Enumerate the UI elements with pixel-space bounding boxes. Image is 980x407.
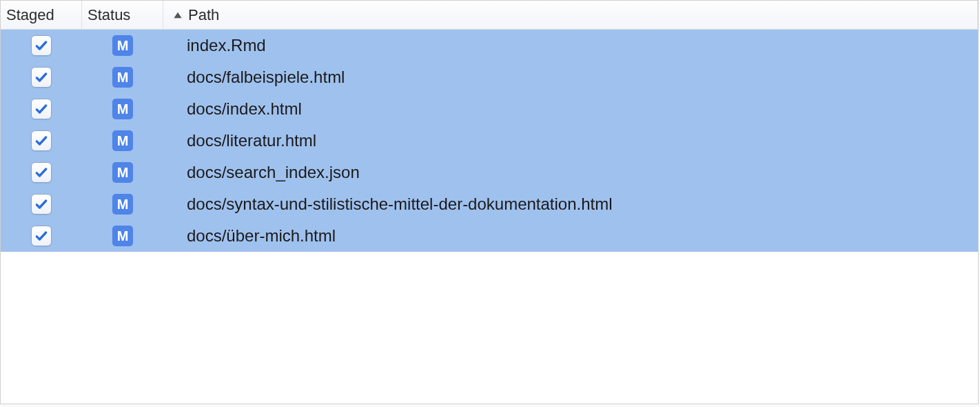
path-cell: docs/index.html — [163, 93, 978, 125]
staged-cell — [1, 125, 82, 157]
file-path-text: docs/search_index.json — [187, 163, 360, 182]
file-path-text: index.Rmd — [187, 36, 266, 55]
path-cell: docs/syntax-und-stilistische-mittel-der-… — [163, 188, 978, 220]
modified-badge: M — [112, 226, 133, 246]
file-path-text: docs/syntax-und-stilistische-mittel-der-… — [187, 195, 613, 214]
file-row[interactable]: Mdocs/syntax-und-stilistische-mittel-der… — [1, 188, 978, 220]
status-cell: M — [82, 93, 163, 125]
file-list: Mindex.RmdMdocs/falbeispiele.htmlMdocs/i… — [1, 30, 978, 252]
column-header-staged[interactable]: Staged — [1, 1, 82, 29]
status-cell: M — [82, 188, 163, 220]
column-header-status-label: Status — [88, 6, 130, 24]
status-cell: M — [82, 125, 163, 157]
file-path-text: docs/über-mich.html — [187, 226, 336, 246]
staged-checkbox[interactable] — [31, 130, 52, 151]
path-cell: docs/falbeispiele.html — [163, 61, 978, 93]
staged-cell — [1, 30, 82, 61]
modified-badge: M — [112, 194, 133, 215]
staged-checkbox[interactable] — [31, 99, 52, 119]
staged-cell — [1, 93, 82, 125]
status-cell: M — [82, 220, 163, 252]
check-icon — [34, 102, 48, 116]
column-header-row: Staged Status Path — [1, 1, 978, 30]
path-cell: docs/search_index.json — [163, 157, 978, 188]
column-header-status[interactable]: Status — [82, 1, 163, 29]
file-row[interactable]: Mdocs/falbeispiele.html — [1, 61, 978, 93]
file-path-text: docs/falbeispiele.html — [187, 68, 345, 87]
git-changes-panel: Staged Status Path Mindex.RmdMdocs/falbe… — [0, 0, 979, 404]
staged-checkbox[interactable] — [31, 194, 52, 215]
check-icon — [34, 39, 48, 52]
file-row[interactable]: Mdocs/index.html — [1, 93, 978, 125]
file-path-text: docs/index.html — [187, 99, 302, 119]
staged-cell — [1, 157, 82, 188]
path-cell: docs/literatur.html — [163, 125, 978, 157]
check-icon — [34, 166, 48, 179]
column-header-path-label: Path — [188, 6, 219, 24]
modified-badge: M — [112, 99, 133, 119]
staged-checkbox[interactable] — [31, 35, 52, 56]
status-cell: M — [82, 30, 163, 61]
check-icon — [34, 197, 48, 211]
file-row[interactable]: Mdocs/literatur.html — [1, 125, 978, 157]
svg-marker-0 — [174, 12, 181, 17]
check-icon — [34, 229, 48, 243]
path-cell: index.Rmd — [163, 30, 978, 61]
modified-badge: M — [112, 130, 133, 151]
column-header-staged-label: Staged — [6, 6, 54, 24]
sort-ascending-icon — [173, 10, 183, 20]
check-icon — [34, 134, 48, 148]
check-icon — [34, 70, 48, 84]
staged-checkbox[interactable] — [31, 67, 52, 88]
file-row[interactable]: Mdocs/search_index.json — [1, 157, 978, 188]
status-cell: M — [82, 61, 163, 93]
staged-cell — [1, 220, 82, 252]
staged-checkbox[interactable] — [31, 162, 52, 183]
file-path-text: docs/literatur.html — [187, 131, 316, 150]
staged-cell — [1, 188, 82, 220]
modified-badge: M — [112, 162, 133, 183]
staged-cell — [1, 61, 82, 93]
modified-badge: M — [112, 35, 133, 56]
path-cell: docs/über-mich.html — [163, 220, 978, 252]
staged-checkbox[interactable] — [31, 226, 52, 246]
file-row[interactable]: Mdocs/über-mich.html — [1, 220, 978, 252]
modified-badge: M — [112, 67, 133, 88]
column-header-path[interactable]: Path — [163, 1, 978, 29]
file-row[interactable]: Mindex.Rmd — [1, 30, 978, 61]
status-cell: M — [82, 157, 163, 188]
